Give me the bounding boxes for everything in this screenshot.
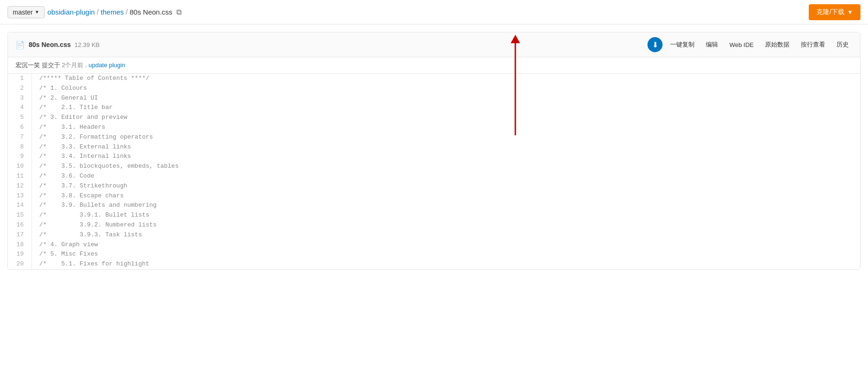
branch-chevron-icon: ▼ bbox=[35, 9, 39, 15]
table-row: 14/* 3.9. Bullets and numbering bbox=[8, 201, 860, 210]
line-number: 20 bbox=[8, 259, 32, 269]
copy-path-button[interactable]: ⧉ bbox=[174, 7, 183, 17]
line-number: 2 bbox=[8, 84, 32, 94]
code-viewer: 1/***** Table of Contents ****/2/* 1. Co… bbox=[8, 74, 860, 269]
table-row: 20/* 5.1. Fixes for highlight bbox=[8, 259, 860, 269]
table-row: 11/* 3.6. Code bbox=[8, 171, 860, 181]
line-number: 9 bbox=[8, 152, 32, 162]
line-number: 13 bbox=[8, 191, 32, 201]
line-number: 10 bbox=[8, 162, 32, 171]
table-row: 3/* 2. General UI bbox=[8, 94, 860, 103]
file-meta: 📄 80s Neon.css 12.39 KB bbox=[16, 40, 100, 49]
table-row: 17/* 3.9.3. Task lists bbox=[8, 230, 860, 240]
line-content: /* 2. General UI bbox=[32, 94, 860, 103]
line-number: 19 bbox=[8, 249, 32, 259]
clone-btn-label: 克隆/下载 bbox=[816, 8, 844, 16]
line-content: /* 3.8. Escape chars bbox=[32, 191, 860, 201]
clone-download-button[interactable]: 克隆/下载 ▼ bbox=[809, 4, 860, 20]
file-size: 12.39 KB bbox=[75, 41, 100, 48]
line-content: /* 3.9.2. Numbered lists bbox=[32, 220, 860, 230]
line-number: 1 bbox=[8, 74, 32, 84]
table-row: 13/* 3.8. Escape chars bbox=[8, 191, 860, 201]
line-content: /* 3.9.3. Task lists bbox=[32, 230, 860, 240]
line-content: /* 3.5. blockquotes, embeds, tables bbox=[32, 162, 860, 171]
table-row: 1/***** Table of Contents ****/ bbox=[8, 74, 860, 84]
table-row: 12/* 3.7. Strikethrough bbox=[8, 181, 860, 191]
line-number: 16 bbox=[8, 220, 32, 230]
file-type-icon: 📄 bbox=[16, 40, 25, 49]
line-number: 4 bbox=[8, 103, 32, 113]
line-content: /* 2.1. Title bar bbox=[32, 103, 860, 113]
line-number: 12 bbox=[8, 181, 32, 191]
table-row: 7/* 3.2. Formatting operators bbox=[8, 132, 860, 142]
themes-link[interactable]: themes bbox=[101, 8, 124, 16]
web-ide-button[interactable]: Web IDE bbox=[726, 39, 758, 50]
line-content: /* 3.4. Internal links bbox=[32, 152, 860, 162]
table-row: 15/* 3.9.1. Bullet lists bbox=[8, 210, 860, 220]
line-number: 18 bbox=[8, 240, 32, 250]
commit-message-link[interactable]: update plugin bbox=[88, 62, 125, 69]
download-icon: ⬇ bbox=[652, 40, 658, 49]
table-row: 5/* 3. Editor and preview bbox=[8, 113, 860, 123]
file-header: 📄 80s Neon.css 12.39 KB ⬇ 一键复制 编辑 Web ID… bbox=[8, 32, 860, 57]
table-row: 19/* 5. Misc Fixes bbox=[8, 249, 860, 259]
file-actions: ⬇ 一键复制 编辑 Web IDE 原始数据 按行查看 历史 bbox=[647, 37, 852, 52]
sep1: / bbox=[97, 8, 99, 16]
commit-dot: . bbox=[85, 62, 87, 69]
file-panel: 📄 80s Neon.css 12.39 KB ⬇ 一键复制 编辑 Web ID… bbox=[8, 32, 860, 270]
repo-link[interactable]: obsidian-plugin bbox=[47, 8, 95, 16]
line-content: /* 3.6. Code bbox=[32, 171, 860, 181]
file-name: 80s Neon.css bbox=[29, 41, 71, 48]
line-number: 11 bbox=[8, 171, 32, 181]
table-row: 2/* 1. Colours bbox=[8, 84, 860, 94]
table-row: 6/* 3.1. Headers bbox=[8, 123, 860, 132]
line-content: /* 1. Colours bbox=[32, 84, 860, 94]
topbar: master ▼ obsidian-plugin / themes / 80s … bbox=[0, 0, 868, 24]
line-view-button[interactable]: 按行查看 bbox=[797, 39, 829, 51]
commit-author: 宏沉一笑 bbox=[16, 62, 40, 69]
line-number: 7 bbox=[8, 132, 32, 142]
line-content: /* 4. Graph view bbox=[32, 240, 860, 250]
line-content: /* 5. Misc Fixes bbox=[32, 249, 860, 259]
current-filename: 80s Neon.css bbox=[130, 8, 173, 16]
line-content: /* 3.1. Headers bbox=[32, 123, 860, 132]
line-number: 3 bbox=[8, 94, 32, 103]
line-number: 15 bbox=[8, 210, 32, 220]
line-content: /***** Table of Contents ****/ bbox=[32, 74, 860, 84]
table-row: 9/* 3.4. Internal links bbox=[8, 152, 860, 162]
line-number: 5 bbox=[8, 113, 32, 123]
line-number: 14 bbox=[8, 201, 32, 210]
topbar-left: master ▼ obsidian-plugin / themes / 80s … bbox=[8, 6, 183, 18]
history-button[interactable]: 历史 bbox=[833, 39, 852, 51]
line-content: /* 3.3. External links bbox=[32, 142, 860, 152]
line-content: /* 3.2. Formatting operators bbox=[32, 132, 860, 142]
clone-btn-arrow: ▼ bbox=[847, 9, 853, 16]
code-table: 1/***** Table of Contents ****/2/* 1. Co… bbox=[8, 74, 860, 269]
breadcrumb: obsidian-plugin / themes / 80s Neon.css … bbox=[47, 7, 183, 17]
table-row: 16/* 3.9.2. Numbered lists bbox=[8, 220, 860, 230]
raw-data-button[interactable]: 原始数据 bbox=[761, 39, 793, 51]
download-button[interactable]: ⬇ bbox=[647, 37, 663, 52]
copy-all-button[interactable]: 一键复制 bbox=[666, 39, 698, 51]
line-content: /* 3. Editor and preview bbox=[32, 113, 860, 123]
table-row: 10/* 3.5. blockquotes, embeds, tables bbox=[8, 162, 860, 171]
branch-selector[interactable]: master ▼ bbox=[8, 6, 45, 18]
table-row: 18/* 4. Graph view bbox=[8, 240, 860, 250]
table-row: 4/* 2.1. Title bar bbox=[8, 103, 860, 113]
sep2: / bbox=[126, 8, 127, 16]
commit-time: 2个月前 bbox=[62, 62, 83, 69]
edit-button[interactable]: 编辑 bbox=[702, 39, 722, 51]
line-number: 8 bbox=[8, 142, 32, 152]
line-content: /* 3.7. Strikethrough bbox=[32, 181, 860, 191]
commit-info: 宏沉一笑 提交于 2个月前 . update plugin bbox=[8, 57, 860, 74]
line-number: 17 bbox=[8, 230, 32, 240]
line-content: /* 3.9. Bullets and numbering bbox=[32, 201, 860, 210]
branch-label: master bbox=[13, 8, 33, 16]
commit-submitted: 提交于 bbox=[42, 62, 60, 69]
line-content: /* 5.1. Fixes for highlight bbox=[32, 259, 860, 269]
table-row: 8/* 3.3. External links bbox=[8, 142, 860, 152]
line-number: 6 bbox=[8, 123, 32, 132]
line-content: /* 3.9.1. Bullet lists bbox=[32, 210, 860, 220]
